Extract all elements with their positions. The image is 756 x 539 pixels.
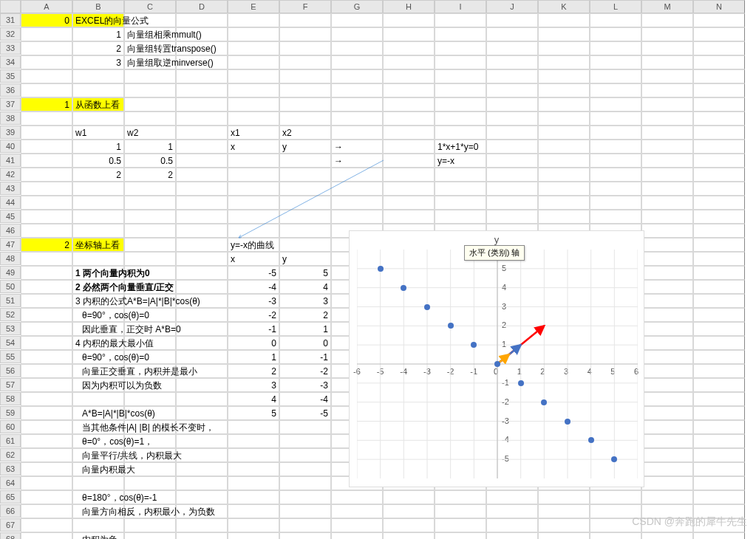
cell-F53[interactable]: 1 [279,322,331,336]
cell-J44[interactable] [486,196,538,210]
cell-N60[interactable] [693,420,745,434]
cell-B35[interactable] [72,69,124,83]
cell-E46[interactable] [228,224,279,238]
cell-N39[interactable] [693,126,745,140]
cell-E42[interactable] [228,168,279,182]
cell-D38[interactable] [176,111,228,126]
cell-D46[interactable] [176,224,228,238]
cell-E44[interactable] [228,196,279,210]
cell-B50[interactable]: 2 必然两个向量垂直/正交 [72,280,124,294]
cell-E39[interactable]: x1 [228,126,279,140]
cell-A68[interactable] [21,532,72,539]
col-K[interactable]: K [538,0,590,13]
row-59[interactable]: 59 [0,406,21,419]
cell-I43[interactable] [435,182,486,196]
cell-D44[interactable] [176,196,228,210]
row-61[interactable]: 61 [0,434,21,447]
row-49[interactable]: 49 [0,266,21,279]
cell-K38[interactable] [538,111,590,126]
cell-E68[interactable] [228,532,279,539]
cell-F39[interactable]: x2 [279,126,331,140]
cell-A64[interactable] [21,476,72,490]
cell-J40[interactable] [486,140,538,154]
cell-M46[interactable] [641,224,693,238]
cell-B36[interactable] [72,83,124,97]
cell-A48[interactable] [21,252,72,266]
cell-L42[interactable] [590,168,641,182]
cell-F47[interactable] [279,238,331,252]
col-G[interactable]: G [331,0,383,13]
row-56[interactable]: 56 [0,364,21,377]
cell-M36[interactable] [641,83,693,97]
cell-J35[interactable] [486,69,538,83]
cell-F48[interactable]: y [279,252,331,266]
cell-F52[interactable]: 2 [279,308,331,322]
cell-A35[interactable] [21,69,72,83]
cell-I65[interactable] [435,490,486,504]
cell-C42[interactable]: 2 [124,168,176,182]
cell-A58[interactable] [21,392,72,406]
cell-I38[interactable] [435,111,486,126]
row-50[interactable]: 50 [0,280,21,293]
cell-N48[interactable] [693,252,745,266]
cell-J38[interactable] [486,111,538,126]
row-39[interactable]: 39 [0,126,21,139]
cell-A51[interactable] [21,294,72,308]
cell-D31[interactable] [176,13,228,27]
col-F[interactable]: F [279,0,331,13]
cell-M68[interactable] [641,532,693,539]
cell-J65[interactable] [486,490,538,504]
cell-H66[interactable] [383,504,435,518]
cell-N44[interactable] [693,196,745,210]
cell-D41[interactable] [176,154,228,168]
cell-B42[interactable]: 2 [72,168,124,182]
cell-B49[interactable]: 1 两个向量内积为0 [72,266,124,280]
cell-N53[interactable] [693,322,745,336]
cell-G44[interactable] [331,196,383,210]
cell-N37[interactable] [693,97,745,111]
cell-K33[interactable] [538,41,590,55]
cell-F40[interactable]: y [279,140,331,154]
cell-M34[interactable] [641,55,693,69]
cell-K41[interactable] [538,154,590,168]
col-N[interactable]: N [693,0,745,13]
cell-J45[interactable] [486,210,538,224]
cell-E67[interactable] [228,518,279,532]
cell-A31[interactable]: 0 [21,13,72,27]
cell-F51[interactable]: 3 [279,294,331,308]
cell-M32[interactable] [641,27,693,41]
cell-G35[interactable] [331,69,383,83]
cell-N50[interactable] [693,280,745,294]
cell-C34[interactable]: 向量组取逆minverse() [124,55,176,69]
cell-E56[interactable]: 2 [228,364,279,378]
cell-H32[interactable] [383,27,435,41]
cell-E51[interactable]: -3 [228,294,279,308]
cell-D37[interactable] [176,97,228,111]
cell-F46[interactable] [279,224,331,238]
cell-N34[interactable] [693,55,745,69]
cell-B60[interactable]: 当其他条件|A| |B| 的模长不变时， [72,420,124,434]
row-31[interactable]: 31 [0,13,21,27]
cell-N47[interactable] [693,238,745,252]
cell-N46[interactable] [693,224,745,238]
cell-B34[interactable]: 3 [72,55,124,69]
cell-A33[interactable] [21,41,72,55]
row-47[interactable]: 47 [0,238,21,251]
cell-G37[interactable] [331,97,383,111]
spreadsheet[interactable]: A B C D E F G H I J K L M N [0,0,756,13]
cell-C35[interactable] [124,69,176,83]
cell-L31[interactable] [590,13,641,27]
cell-N45[interactable] [693,210,745,224]
cell-K31[interactable] [538,13,590,27]
cell-M40[interactable] [641,140,693,154]
cell-E45[interactable] [228,210,279,224]
cell-E59[interactable]: 5 [228,406,279,420]
cell-H31[interactable] [383,13,435,27]
cell-M55[interactable] [641,350,693,364]
cell-F42[interactable] [279,168,331,182]
cell-C40[interactable]: 1 [124,140,176,154]
cell-D50[interactable] [176,280,228,294]
cell-F57[interactable]: -3 [279,378,331,392]
col-A[interactable]: A [21,0,72,13]
cell-G42[interactable] [331,168,383,182]
